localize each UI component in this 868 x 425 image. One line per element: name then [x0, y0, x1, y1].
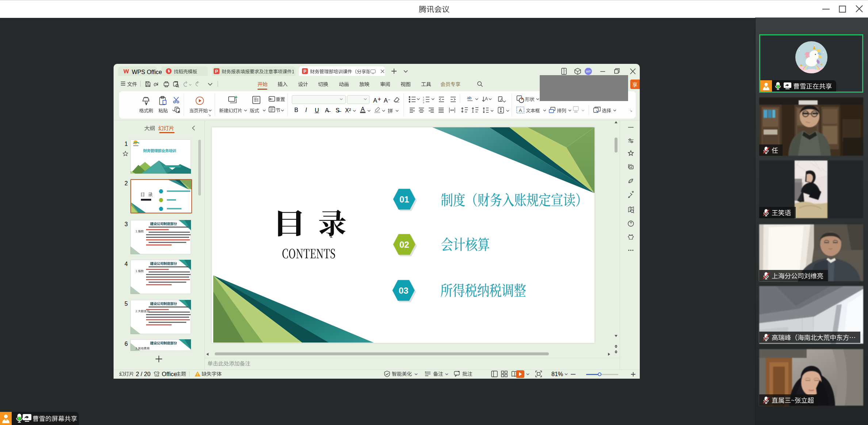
- svg-text:3: 3: [423, 101, 424, 104]
- svg-text:P: P: [215, 69, 218, 74]
- svg-text:A: A: [519, 108, 522, 113]
- svg-text:1: 1: [423, 96, 424, 98]
- svg-text:P: P: [303, 69, 306, 74]
- svg-text:01: 01: [399, 194, 409, 204]
- svg-text:WP: WP: [586, 70, 591, 73]
- svg-text:A: A: [485, 96, 488, 101]
- svg-text:02: 02: [399, 240, 409, 250]
- svg-text:2: 2: [423, 99, 424, 101]
- svg-text:ab: ab: [467, 96, 471, 100]
- svg-text:03: 03: [399, 286, 409, 295]
